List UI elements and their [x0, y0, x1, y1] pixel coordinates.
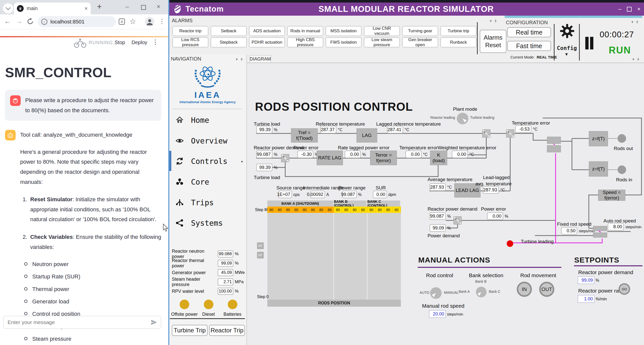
alarm-button[interactable]: Low RCS pressure [172, 37, 208, 47]
real-time-button[interactable]: Real time [507, 27, 551, 37]
pin-icon[interactable] [240, 58, 243, 61]
field-label: Weighted temperature error [438, 145, 496, 151]
pause-button[interactable] [590, 37, 593, 49]
rod-position-cell: 80 [376, 207, 384, 213]
unit: °C [423, 152, 428, 157]
alarm-button[interactable]: Stepback [211, 37, 247, 47]
tab-search-chevron-button[interactable] [3, 3, 13, 13]
metric-value: 100.00 [218, 288, 233, 295]
block-z-bottom: z=f(T) [589, 161, 608, 177]
pin-icon[interactable] [635, 20, 639, 24]
browser-maximize-button[interactable] [141, 5, 146, 10]
sidebar-item-overview[interactable]: Overview [168, 135, 247, 147]
turbine-leading-flag-label: Turbine leading [521, 239, 554, 244]
fast-time-button[interactable]: Fast time [507, 41, 551, 51]
chevron-down-icon[interactable]: ▾ [490, 19, 492, 23]
sim-maximize-button[interactable] [627, 7, 632, 12]
pin-icon[interactable] [636, 58, 640, 61]
alarms-row-2: Low RCS pressureStepbackPDHR actuationHi… [172, 37, 476, 47]
sidebar-item-label: Core [191, 178, 209, 186]
back-icon[interactable]: ← [4, 17, 11, 25]
sidebar-item-core[interactable]: Core [168, 176, 247, 188]
rod-in-button[interactable]: IN [517, 282, 532, 297]
browser-tab-main[interactable]: ♛ main × [14, 3, 91, 14]
chevron-down-icon[interactable]: ▾ [236, 57, 238, 62]
sur-value: 0.00 [373, 191, 387, 198]
send-icon[interactable] [151, 319, 157, 326]
bookmark-star-icon[interactable]: ☆ [130, 17, 136, 26]
power-source-indicators: Offsite power Diesel Batteries [172, 300, 244, 317]
rod-control-knob[interactable] [430, 287, 442, 299]
sim-minimize-button[interactable]: – [618, 6, 621, 12]
sidebar-item-label: Overview [191, 136, 228, 145]
tab-close-icon[interactable]: × [84, 5, 88, 12]
url-bar[interactable]: i localhost:8501 [38, 16, 116, 27]
alarm-button[interactable]: Gen breaker open [402, 37, 438, 47]
stop-button[interactable]: Stop [115, 40, 125, 45]
chevron-down-icon[interactable]: ▾ [632, 57, 634, 62]
go-button[interactable]: GO [619, 283, 630, 295]
weighted-temperature-error-value: 0.00 [452, 151, 468, 158]
chevron-down-icon[interactable]: ▾ [631, 20, 633, 24]
alarm-button[interactable]: PDHR actuation [249, 37, 285, 47]
deploy-button[interactable]: Deploy [132, 40, 147, 45]
step-bottom-label: Step 0 [257, 295, 269, 299]
manual-rod-speed-input[interactable]: 20.00 [429, 310, 446, 318]
reload-icon[interactable] [27, 18, 34, 25]
bank-selection-knob[interactable] [476, 286, 487, 298]
turbine-trip-button[interactable]: Turbine Trip [172, 325, 208, 336]
plant-mode-label: Plant mode [453, 106, 477, 112]
sidebar-item-systems[interactable]: Systems [168, 217, 247, 229]
gear-icon[interactable] [559, 23, 575, 39]
config-menu-button[interactable]: Config [557, 45, 577, 51]
app-menu-kebab-icon[interactable]: ⋮ [152, 38, 158, 46]
alarm-button[interactable]: Reactor trip [172, 26, 208, 36]
alarm-button[interactable]: FWS isolation [326, 37, 362, 47]
plant-mode-knob[interactable] [457, 112, 469, 125]
alarm-button[interactable]: MSS isolation [326, 26, 362, 36]
browser-close-button[interactable]: × [157, 3, 160, 10]
status-indicator-dot [180, 300, 189, 309]
alarm-button[interactable]: Runback [440, 37, 476, 47]
new-tab-button[interactable]: + [97, 2, 102, 11]
forward-icon[interactable]: → [16, 17, 22, 25]
field-label: SUR [376, 185, 386, 191]
chat-input[interactable] [7, 319, 151, 326]
profile-avatar[interactable] [145, 17, 154, 26]
browser-minimize-button[interactable]: – [125, 3, 129, 10]
chat-input-container [3, 316, 161, 329]
screen: ♛ main × + – × ← → i localhost:8501 A [0, 0, 644, 345]
list-item: Steam pressure [20, 334, 161, 344]
reactor-trip-button[interactable]: Reactor Trip [209, 325, 245, 336]
sidebar-item-home[interactable]: Home [168, 114, 247, 126]
translate-icon[interactable]: A [118, 18, 125, 25]
site-info-icon[interactable]: i [41, 19, 47, 25]
sidebar-item-controls[interactable]: Controls ▸ [168, 155, 247, 167]
core-icon [175, 178, 184, 186]
alarm-button[interactable]: ADS actuation [249, 26, 285, 36]
alarm-button[interactable]: Turbine trip [440, 26, 476, 36]
rod-position-cell: 80 [384, 207, 393, 213]
plant-mode-left-label: Reactor leading [426, 116, 455, 120]
sidebar-item-trips[interactable]: Trips [168, 196, 247, 209]
unit: °C [533, 127, 537, 132]
sim-close-button[interactable]: × [637, 6, 640, 12]
tab-diagram[interactable]: DIAGRAM [249, 55, 271, 63]
rod-out-button[interactable]: OUT [539, 282, 554, 297]
pin-icon[interactable] [494, 19, 497, 23]
alarm-button[interactable]: Low CNR vacuum [364, 26, 400, 36]
setpoint-demand-input[interactable]: 99.09 [578, 276, 594, 284]
alarm-button[interactable]: Low steam pressure [364, 37, 400, 47]
sidebar-item-label: Systems [191, 219, 223, 227]
browser-menu-kebab-icon[interactable]: ⋮ [159, 17, 165, 25]
alarm-button[interactable]: Turning gear [402, 26, 438, 36]
rod-position-cell: 80 [359, 207, 367, 213]
alarm-button[interactable]: High CBS pressure [287, 37, 323, 47]
pause-button[interactable] [585, 37, 589, 49]
config-dropdown-arrow-icon[interactable]: ▼ [564, 52, 569, 57]
alarm-button[interactable]: Rods in manual [287, 26, 323, 36]
setpoint-rate-input[interactable]: 1.00 [578, 295, 594, 303]
alarms-reset-button[interactable]: Alarms Reset [480, 30, 506, 53]
alarm-button[interactable]: Setback [211, 26, 247, 36]
divider [574, 265, 642, 266]
